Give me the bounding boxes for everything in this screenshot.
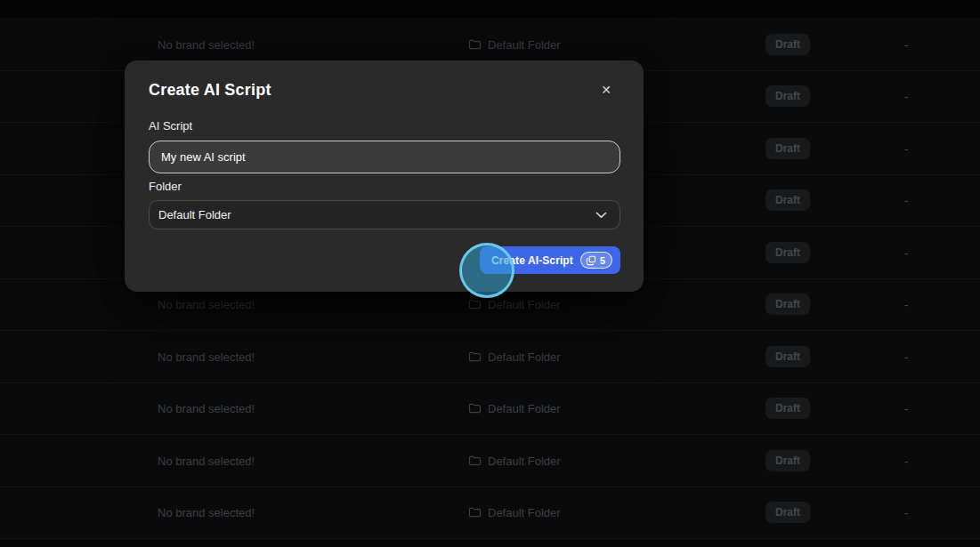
brand-cell: No brand selected! xyxy=(158,350,255,363)
status-badge: Draft xyxy=(765,242,810,263)
table-row[interactable]: No brand selected! Default Folder Draft … xyxy=(0,435,980,487)
folder-icon xyxy=(468,403,482,414)
create-button-label: Create AI-Script xyxy=(491,254,573,267)
table-row[interactable]: No brand selected! Default Folder Draft … xyxy=(0,331,980,383)
brand-cell: No brand selected! xyxy=(158,37,255,51)
table-row[interactable]: No brand selected! Default Folder Draft … xyxy=(0,383,980,436)
folder-name: Default Folder xyxy=(488,454,561,467)
extra-cell: - xyxy=(904,506,908,519)
extra-cell: - xyxy=(904,141,908,155)
chevron-down-icon xyxy=(595,212,607,219)
folder-cell: Default Folder xyxy=(468,454,561,467)
folder-name: Default Folder xyxy=(488,37,561,51)
brand-cell: No brand selected! xyxy=(158,454,255,467)
folder-name: Default Folder xyxy=(488,350,561,363)
status-cell: Draft xyxy=(765,294,810,315)
folder-icon xyxy=(468,454,482,466)
folder-name: Default Folder xyxy=(488,298,561,311)
status-cell: Draft xyxy=(765,242,810,263)
folder-cell: Default Folder xyxy=(468,298,561,311)
folder-cell: Default Folder xyxy=(468,350,561,363)
ai-script-label: AI Script xyxy=(149,119,620,133)
status-badge: Draft xyxy=(765,294,810,315)
folder-cell: Default Folder xyxy=(468,506,561,519)
brand-cell: No brand selected! xyxy=(158,402,255,415)
credits-count: 5 xyxy=(600,255,605,266)
status-badge: Draft xyxy=(765,398,810,419)
close-icon[interactable]: ✕ xyxy=(592,80,620,100)
status-badge: Draft xyxy=(765,34,810,55)
extra-cell: - xyxy=(904,245,908,259)
status-badge: Draft xyxy=(765,138,810,159)
folder-icon xyxy=(468,38,482,50)
status-cell: Draft xyxy=(765,34,810,55)
folder-icon xyxy=(468,350,482,362)
status-cell: Draft xyxy=(765,502,810,523)
folder-cell: Default Folder xyxy=(468,37,561,51)
status-badge: Draft xyxy=(765,502,810,523)
ai-script-name-input[interactable] xyxy=(149,141,620,173)
status-cell: Draft xyxy=(765,450,810,471)
folder-cell: Default Folder xyxy=(468,402,561,415)
modal-title: Create AI Script xyxy=(149,80,271,100)
status-cell: Draft xyxy=(765,398,810,419)
status-badge: Draft xyxy=(765,189,810,211)
table-row[interactable]: No brand selected! Default Folder Draft … xyxy=(0,487,980,540)
folder-name: Default Folder xyxy=(488,402,561,415)
extra-cell: - xyxy=(904,298,908,311)
extra-cell: - xyxy=(904,194,908,207)
brand-cell: No brand selected! xyxy=(158,298,255,311)
folder-label: Folder xyxy=(149,180,620,194)
folder-icon xyxy=(468,299,482,310)
coins-stack-icon xyxy=(586,255,596,266)
folder-select-value: Default Folder xyxy=(158,208,231,221)
status-cell: Draft xyxy=(765,138,810,159)
create-ai-script-modal: Create AI Script ✕ AI Script Folder Defa… xyxy=(125,60,644,292)
modal-footer: Create AI-Script 5 xyxy=(149,246,620,274)
status-cell: Draft xyxy=(765,346,810,367)
status-cell: Draft xyxy=(765,85,810,107)
extra-cell: - xyxy=(904,37,908,51)
table-header-strip xyxy=(0,0,980,19)
credits-badge: 5 xyxy=(580,252,612,269)
status-badge: Draft xyxy=(765,346,810,367)
status-badge: Draft xyxy=(765,450,810,471)
modal-header: Create AI Script ✕ xyxy=(149,80,620,100)
extra-cell: - xyxy=(904,350,908,363)
status-badge: Draft xyxy=(765,85,810,107)
extra-cell: - xyxy=(904,454,908,467)
status-cell: Draft xyxy=(765,189,810,211)
folder-name: Default Folder xyxy=(488,506,561,519)
folder-icon xyxy=(468,507,482,519)
folder-select[interactable]: Default Folder xyxy=(149,200,620,229)
brand-cell: No brand selected! xyxy=(158,506,255,519)
create-ai-script-button[interactable]: Create AI-Script 5 xyxy=(480,246,620,274)
extra-cell: - xyxy=(904,90,908,103)
extra-cell: - xyxy=(904,402,908,415)
